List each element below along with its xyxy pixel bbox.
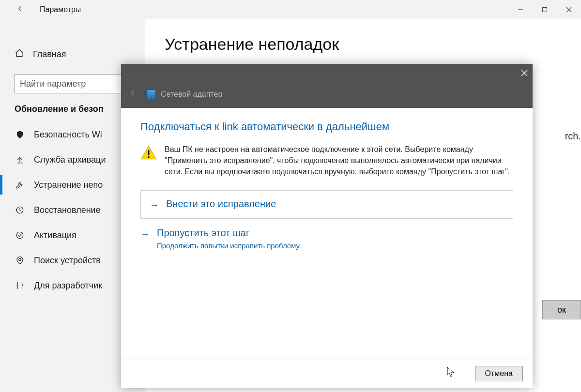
sidebar-home[interactable]: Главная	[0, 44, 145, 65]
maximize-button[interactable]	[533, 0, 557, 19]
sidebar-item-label: Устранение непо	[34, 180, 103, 190]
svg-point-4	[16, 232, 23, 239]
window-controls	[508, 0, 581, 19]
sidebar-home-label: Главная	[33, 49, 66, 60]
home-icon	[15, 48, 24, 60]
close-icon[interactable]	[521, 69, 528, 79]
adapter-icon	[146, 90, 156, 99]
sidebar-item-label: Служба архиваци	[34, 155, 106, 165]
settings-window: Параметры Главная Найти параметр Обновле…	[0, 0, 581, 392]
apply-fix-option[interactable]: → Внести это исправление	[140, 190, 513, 219]
sidebar-item-label: Безопасность Wi	[34, 130, 102, 140]
sidebar-item-label: Для разработчик	[34, 281, 102, 291]
titlebar: Параметры	[0, 0, 581, 19]
search-placeholder: Найти параметр	[20, 79, 86, 89]
history-icon	[15, 206, 25, 214]
truncated-text: rch.	[565, 131, 581, 142]
svg-point-5	[19, 258, 21, 261]
svg-rect-8	[148, 150, 150, 155]
arrow-right-icon: →	[150, 199, 159, 211]
sidebar-item-label: Поиск устройств	[34, 256, 101, 266]
skip-label: Пропустить этот шаг	[157, 227, 249, 239]
warning-row: Ваш ПК не настроен на автоматическое под…	[140, 144, 513, 178]
sidebar-item-label: Восстановление	[34, 205, 101, 215]
skip-option[interactable]: → Пропустить этот шаг Продолжить попытки…	[140, 227, 513, 250]
back-arrow-icon[interactable]	[15, 4, 25, 15]
window-title: Параметры	[40, 5, 81, 14]
location-icon	[15, 256, 25, 265]
cursor-icon	[446, 367, 455, 379]
page-title: Устранение неполадок	[165, 35, 562, 54]
dialog-heading: Подключаться к link автоматически в даль…	[140, 121, 513, 133]
tools-icon	[15, 281, 25, 290]
ok-button[interactable]: ок	[542, 300, 581, 319]
dialog-body: Подключаться к link автоматически в даль…	[121, 108, 533, 359]
svg-rect-9	[148, 156, 150, 158]
dialog-toolbar: Сетевой адаптер	[121, 84, 533, 108]
close-button[interactable]	[557, 0, 581, 19]
wrench-icon	[15, 181, 25, 189]
dialog-toolbar-label: Сетевой адаптер	[161, 90, 222, 99]
dialog-header	[121, 64, 533, 84]
warning-text: Ваш ПК не настроен на автоматическое под…	[165, 144, 513, 178]
shield-icon	[15, 130, 25, 139]
minimize-button[interactable]	[508, 0, 533, 19]
dialog-back-icon[interactable]	[128, 88, 138, 100]
upload-icon	[15, 155, 25, 164]
troubleshooter-dialog: Сетевой адаптер Подключаться к link авто…	[121, 64, 533, 388]
cancel-button[interactable]: Отмена	[475, 366, 523, 381]
search-input[interactable]: Найти параметр	[15, 74, 131, 93]
sidebar-item-label: Активация	[34, 230, 76, 241]
apply-fix-label: Внести это исправление	[166, 198, 276, 210]
dialog-footer: Отмена	[121, 359, 533, 388]
skip-sublabel: Продолжить попытки исправить проблему.	[157, 241, 513, 250]
check-circle-icon	[15, 231, 25, 240]
arrow-right-icon: →	[140, 228, 150, 240]
svg-rect-1	[543, 8, 547, 12]
warning-icon	[140, 145, 157, 163]
